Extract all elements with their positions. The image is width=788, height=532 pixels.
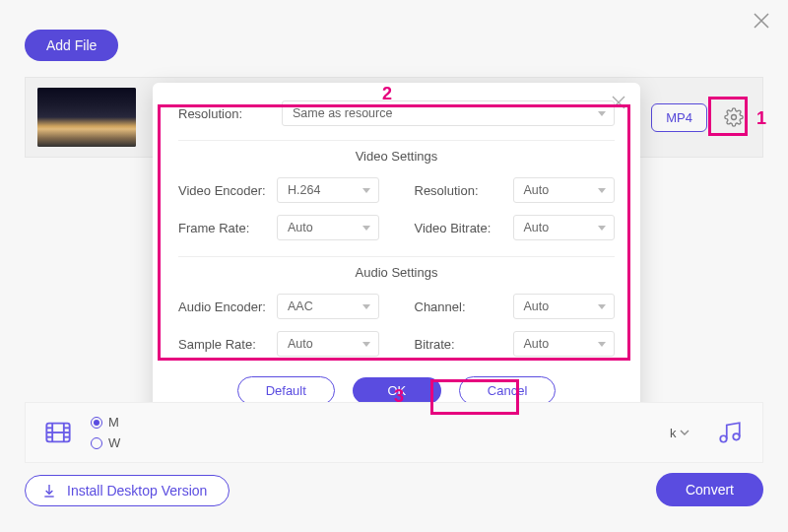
channel-select[interactable]: Auto — [513, 294, 616, 319]
audio-format-icon[interactable] — [713, 416, 747, 449]
audio-bitrate-select[interactable]: Auto — [513, 331, 616, 357]
channel-label: Channel: — [415, 299, 513, 314]
settings-dialog: Resolution: Same as resource Video Setti… — [153, 83, 640, 427]
svg-point-10 — [733, 433, 740, 440]
svg-point-9 — [720, 435, 727, 442]
dropdown-tail[interactable]: k — [670, 426, 690, 440]
video-bitrate-select[interactable]: Auto — [513, 215, 616, 240]
radio-icon — [91, 437, 102, 449]
audio-bitrate-label: Bitrate: — [415, 337, 513, 352]
video-format-icon[interactable] — [41, 416, 75, 449]
download-icon — [41, 483, 57, 499]
sample-rate-select[interactable]: Auto — [277, 331, 379, 357]
video-settings-title: Video Settings — [178, 149, 615, 164]
default-button[interactable]: Default — [237, 376, 335, 405]
video-resolution-select[interactable]: Auto — [513, 177, 616, 203]
radio-icon — [91, 417, 102, 429]
video-bitrate-label: Video Bitrate: — [415, 221, 513, 235]
output-bar: M W k — [25, 402, 763, 463]
output-option-2[interactable]: W — [91, 435, 120, 450]
audio-encoder-select[interactable]: AAC — [277, 294, 379, 319]
install-desktop-button[interactable]: Install Desktop Version — [25, 475, 230, 506]
frame-rate-select[interactable]: Auto — [277, 215, 379, 240]
audio-encoder-label: Audio Encoder: — [178, 299, 277, 314]
video-resolution-label: Resolution: — [415, 183, 513, 198]
audio-settings-title: Audio Settings — [178, 265, 615, 280]
ok-button[interactable]: OK — [353, 377, 441, 404]
video-encoder-select[interactable]: H.264 — [277, 177, 379, 203]
video-encoder-label: Video Encoder: — [178, 183, 277, 198]
output-option-1[interactable]: M — [91, 415, 120, 430]
sample-rate-label: Sample Rate: — [178, 337, 277, 352]
convert-button[interactable]: Convert — [656, 473, 763, 506]
resolution-label: Resolution: — [178, 106, 282, 121]
frame-rate-label: Frame Rate: — [178, 221, 277, 235]
cancel-button[interactable]: Cancel — [459, 376, 556, 405]
resolution-select[interactable]: Same as resource — [282, 100, 615, 126]
